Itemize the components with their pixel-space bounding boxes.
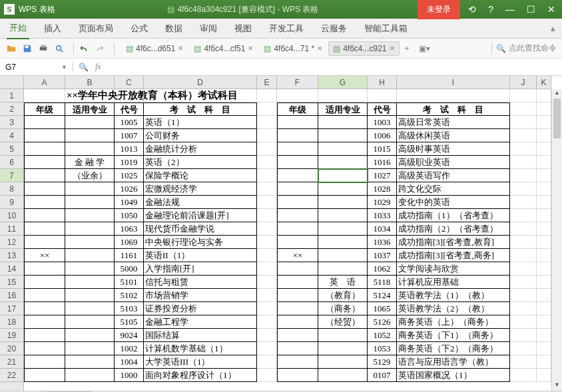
cell[interactable] — [65, 209, 115, 222]
cell[interactable]: 1069 — [115, 236, 144, 249]
cell[interactable]: ×× — [24, 249, 65, 262]
cell[interactable] — [115, 89, 144, 102]
cell[interactable] — [24, 262, 65, 276]
cell[interactable] — [277, 196, 318, 209]
close-tab-icon[interactable]: ✕ — [248, 45, 253, 52]
cell[interactable]: 1007 — [115, 129, 144, 142]
cell[interactable] — [537, 102, 551, 116]
cell[interactable] — [24, 129, 65, 142]
cell[interactable] — [510, 289, 537, 302]
cell[interactable] — [277, 262, 318, 276]
cell[interactable]: 面向对象程序设计（1） — [144, 369, 257, 382]
column-header[interactable]: I — [397, 76, 510, 89]
cell[interactable] — [510, 369, 537, 382]
row-header[interactable]: 12 — [0, 236, 23, 249]
cell[interactable] — [277, 355, 318, 369]
cell[interactable]: 年级 — [24, 102, 65, 116]
cell[interactable] — [65, 262, 115, 276]
row-header[interactable]: 22 — [0, 369, 23, 382]
cell[interactable] — [257, 89, 277, 102]
cell[interactable] — [510, 182, 537, 196]
cell[interactable] — [257, 129, 277, 142]
cell[interactable]: 中央银行理论与实务 — [144, 236, 257, 249]
row-header[interactable]: 3 — [0, 116, 23, 129]
cell[interactable] — [510, 262, 537, 276]
cell[interactable]: 1028 — [368, 182, 397, 196]
cell[interactable]: 证券投资分析 — [144, 302, 257, 315]
cell[interactable] — [510, 302, 537, 315]
cell[interactable] — [537, 196, 551, 209]
cell[interactable]: （业余） — [65, 169, 115, 182]
cell[interactable]: 1016 — [368, 156, 397, 169]
menu-review[interactable]: 审阅 — [197, 19, 220, 39]
cell[interactable]: 文学阅读与欣赏 — [397, 262, 510, 276]
cell[interactable] — [318, 182, 368, 196]
cell[interactable]: 现代货币金融学说 — [144, 222, 257, 236]
cell[interactable]: 语言与应用语言学（教） — [397, 355, 510, 369]
cell[interactable] — [510, 329, 537, 342]
scroll-thumb[interactable] — [553, 98, 561, 138]
menu-cloud[interactable]: 云服务 — [318, 19, 350, 39]
cell[interactable] — [397, 89, 510, 102]
cell[interactable] — [277, 156, 318, 169]
scroll-down-icon[interactable]: ▼ — [552, 381, 562, 391]
open-icon[interactable] — [5, 43, 17, 55]
row-header[interactable]: 13 — [0, 249, 23, 262]
cell[interactable] — [510, 315, 537, 329]
cell[interactable] — [257, 142, 277, 156]
cell[interactable]: 1053 — [368, 342, 397, 355]
cell[interactable]: 成功指南（2）（省考查） — [397, 222, 510, 236]
cell[interactable] — [65, 369, 115, 382]
cell[interactable] — [65, 355, 115, 369]
cell[interactable] — [318, 129, 368, 142]
cell[interactable]: 商务英语（上）（商务） — [397, 315, 510, 329]
cell[interactable] — [318, 116, 368, 129]
cell[interactable] — [65, 342, 115, 355]
cell[interactable]: 高级日常英语 — [397, 116, 510, 129]
cell[interactable]: 1002 — [115, 342, 144, 355]
cell[interactable] — [257, 302, 277, 315]
row-header[interactable]: 20 — [0, 342, 23, 355]
row-header[interactable]: 8 — [0, 182, 23, 196]
cell[interactable] — [277, 209, 318, 222]
cell[interactable]: 英语国家概况（1） — [397, 369, 510, 382]
cells-grid[interactable]: ××学年中央开放教育（本科）考试科目年级适用专业代号考 试 科 目年级适用专业代… — [24, 89, 551, 391]
cell[interactable]: 5102 — [115, 289, 144, 302]
cell[interactable] — [318, 222, 368, 236]
cell[interactable]: 高级休闲英语 — [397, 129, 510, 142]
command-search[interactable]: 🔍 点此查找命令 — [496, 43, 557, 54]
cell[interactable] — [537, 116, 551, 129]
cell[interactable] — [537, 129, 551, 142]
cell[interactable] — [510, 196, 537, 209]
cell[interactable]: （商务） — [318, 302, 368, 315]
cell[interactable] — [318, 329, 368, 342]
cell[interactable] — [24, 222, 65, 236]
cell[interactable] — [257, 102, 277, 116]
row-header[interactable]: 2 — [0, 102, 23, 116]
cell[interactable]: 成功指南[3][省考查,商务] — [397, 249, 510, 262]
cell[interactable]: 1029 — [368, 196, 397, 209]
cell[interactable] — [257, 355, 277, 369]
cell[interactable] — [257, 369, 277, 382]
cell[interactable]: 成功指南（1）（省考查） — [397, 209, 510, 222]
cell[interactable] — [257, 262, 277, 276]
column-header[interactable]: J — [510, 76, 537, 89]
cell[interactable]: 1013 — [115, 142, 144, 156]
menu-data[interactable]: 数据 — [162, 19, 185, 39]
cell[interactable] — [257, 289, 277, 302]
cell[interactable] — [65, 236, 115, 249]
cell[interactable] — [257, 342, 277, 355]
cell[interactable] — [318, 196, 368, 209]
cell[interactable] — [510, 355, 537, 369]
cell[interactable] — [24, 289, 65, 302]
cell[interactable] — [65, 129, 115, 142]
cell[interactable]: 1005 — [115, 116, 144, 129]
cell[interactable]: 1049 — [115, 196, 144, 209]
cell[interactable]: 1019 — [115, 156, 144, 169]
cell[interactable]: 成功指南[3][省考查,教育] — [397, 236, 510, 249]
cell[interactable] — [318, 236, 368, 249]
cell[interactable] — [257, 156, 277, 169]
cell[interactable] — [65, 289, 115, 302]
cell[interactable]: 1037 — [368, 249, 397, 262]
cell[interactable]: 5105 — [115, 315, 144, 329]
